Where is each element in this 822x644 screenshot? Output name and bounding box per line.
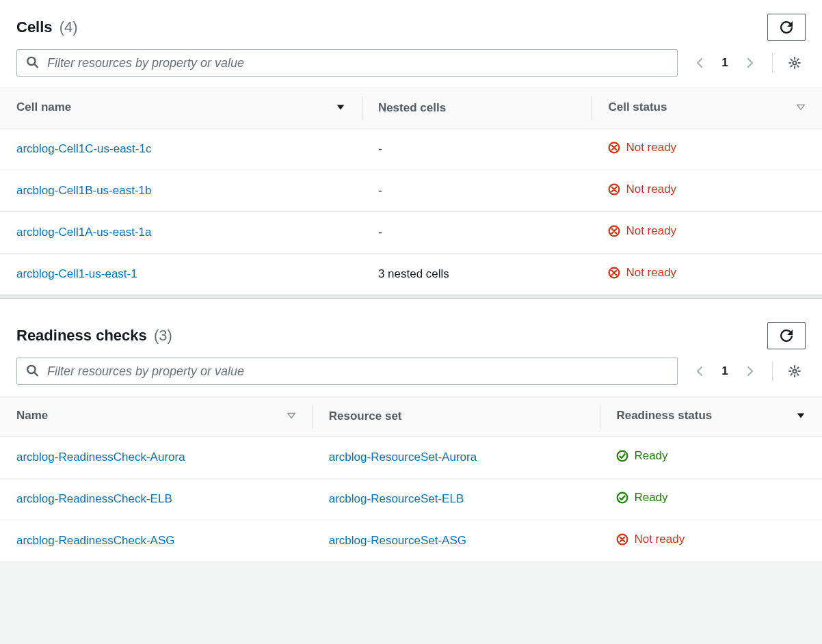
page-prev-button[interactable] <box>689 52 711 74</box>
readiness-status-label: Ready <box>634 491 667 505</box>
sort-icon <box>796 102 806 116</box>
check-circle-icon <box>616 450 628 462</box>
cell-status: Not ready <box>608 224 676 238</box>
nested-cells-value: - <box>378 226 382 239</box>
check-name-link[interactable]: arcblog-ReadinessCheck-Aurora <box>16 451 185 464</box>
sort-desc-icon <box>336 102 345 116</box>
col-readiness-status[interactable]: Readiness status <box>600 397 822 437</box>
checks-title-text: Readiness checks <box>16 327 147 344</box>
checks-settings-button[interactable] <box>784 360 806 382</box>
col-cell-name[interactable]: Cell name <box>0 88 362 129</box>
col-cell-name-label: Cell name <box>16 100 71 113</box>
cell-status-label: Not ready <box>626 183 676 196</box>
cells-table: Cell name Nested cells Cell status arcbl… <box>0 88 822 295</box>
resource-set-link[interactable]: arcblog-ResourceSet-ASG <box>329 534 466 547</box>
readiness-status: Ready <box>616 491 667 505</box>
checks-title: Readiness checks (3) <box>16 327 172 345</box>
x-circle-icon <box>608 183 620 196</box>
search-icon <box>26 56 38 70</box>
col-resource-set[interactable]: Resource set <box>313 397 600 437</box>
resource-set-link[interactable]: arcblog-ResourceSet-Aurora <box>329 451 477 464</box>
col-cell-status-label: Cell status <box>608 100 667 113</box>
checks-page-number: 1 <box>720 364 730 378</box>
col-check-name[interactable]: Name <box>0 397 313 437</box>
table-row: arcblog-Cell1C-us-east-1c-Not ready <box>0 129 822 170</box>
cell-status: Not ready <box>608 266 676 280</box>
cell-name-link[interactable]: arcblog-Cell1C-us-east-1c <box>16 142 151 155</box>
check-name-link[interactable]: arcblog-ReadinessCheck-ASG <box>16 534 175 547</box>
chevron-left-icon <box>694 366 705 377</box>
gear-icon <box>788 57 801 69</box>
cells-settings-button[interactable] <box>784 52 806 74</box>
cells-page-number: 1 <box>720 56 730 70</box>
table-row: arcblog-ReadinessCheck-Auroraarcblog-Res… <box>0 437 822 479</box>
cell-status-label: Not ready <box>626 224 676 238</box>
checks-count: (3) <box>154 327 172 344</box>
divider <box>772 362 773 381</box>
cells-pager: 1 <box>689 52 761 74</box>
check-circle-icon <box>616 492 628 504</box>
cell-name-link[interactable]: arcblog-Cell1A-us-east-1a <box>16 226 151 239</box>
cells-filter-wrap <box>16 49 678 77</box>
sort-desc-icon <box>796 410 806 424</box>
refresh-icon <box>780 330 793 342</box>
col-nested-cells[interactable]: Nested cells <box>362 88 592 129</box>
readiness-status-label: Not ready <box>634 533 685 546</box>
x-circle-icon <box>608 225 620 237</box>
refresh-icon <box>780 21 793 33</box>
cell-status-label: Not ready <box>626 141 676 155</box>
cells-filter-input[interactable] <box>16 49 678 77</box>
cells-panel: Cells (4) 1 <box>0 0 822 295</box>
chevron-right-icon <box>745 366 756 377</box>
cells-title: Cells (4) <box>16 18 78 36</box>
checks-refresh-button[interactable] <box>767 322 806 349</box>
cell-name-link[interactable]: arcblog-Cell1-us-east-1 <box>16 267 137 280</box>
x-circle-icon <box>608 267 620 279</box>
cells-title-text: Cells <box>16 18 53 36</box>
checks-filter-wrap <box>16 358 678 385</box>
checks-table: Name Resource set Readiness status arcbl… <box>0 396 822 561</box>
x-circle-icon <box>616 533 628 546</box>
readiness-status-label: Ready <box>634 449 667 463</box>
nested-cells-value: 3 nested cells <box>378 267 449 280</box>
table-row: arcblog-Cell1-us-east-13 nested cellsNot… <box>0 254 822 295</box>
table-row: arcblog-Cell1A-us-east-1a-Not ready <box>0 212 822 254</box>
col-nested-cells-label: Nested cells <box>378 101 446 114</box>
cell-name-link[interactable]: arcblog-Cell1B-us-east-1b <box>16 184 151 197</box>
sort-icon <box>287 410 296 424</box>
col-check-name-label: Name <box>16 409 48 422</box>
cells-count: (4) <box>59 18 78 36</box>
col-resource-set-label: Resource set <box>329 410 402 422</box>
chevron-left-icon <box>694 57 705 68</box>
check-name-link[interactable]: arcblog-ReadinessCheck-ELB <box>16 492 172 505</box>
cell-status: Not ready <box>608 183 676 196</box>
cells-refresh-button[interactable] <box>767 14 806 41</box>
gear-icon <box>788 365 801 377</box>
readiness-status: Ready <box>616 449 667 463</box>
table-row: arcblog-ReadinessCheck-ASGarcblog-Resour… <box>0 520 822 562</box>
page-next-button[interactable] <box>739 52 761 74</box>
divider <box>772 53 773 72</box>
col-readiness-status-label: Readiness status <box>616 409 712 422</box>
readiness-status: Not ready <box>616 533 685 546</box>
col-cell-status[interactable]: Cell status <box>592 88 822 129</box>
table-row: arcblog-Cell1B-us-east-1b-Not ready <box>0 170 822 212</box>
page-next-button[interactable] <box>739 360 761 382</box>
checks-pager: 1 <box>689 360 761 382</box>
page-prev-button[interactable] <box>689 360 711 382</box>
nested-cells-value: - <box>378 184 382 197</box>
resource-set-link[interactable]: arcblog-ResourceSet-ELB <box>329 492 464 505</box>
checks-filter-input[interactable] <box>16 358 678 385</box>
cell-status: Not ready <box>608 141 676 155</box>
search-icon <box>26 364 38 379</box>
checks-panel: Readiness checks (3) 1 <box>0 299 822 561</box>
nested-cells-value: - <box>378 142 382 155</box>
chevron-right-icon <box>745 57 756 68</box>
table-row: arcblog-ReadinessCheck-ELBarcblog-Resour… <box>0 479 822 520</box>
x-circle-icon <box>608 142 620 154</box>
cell-status-label: Not ready <box>626 266 676 280</box>
